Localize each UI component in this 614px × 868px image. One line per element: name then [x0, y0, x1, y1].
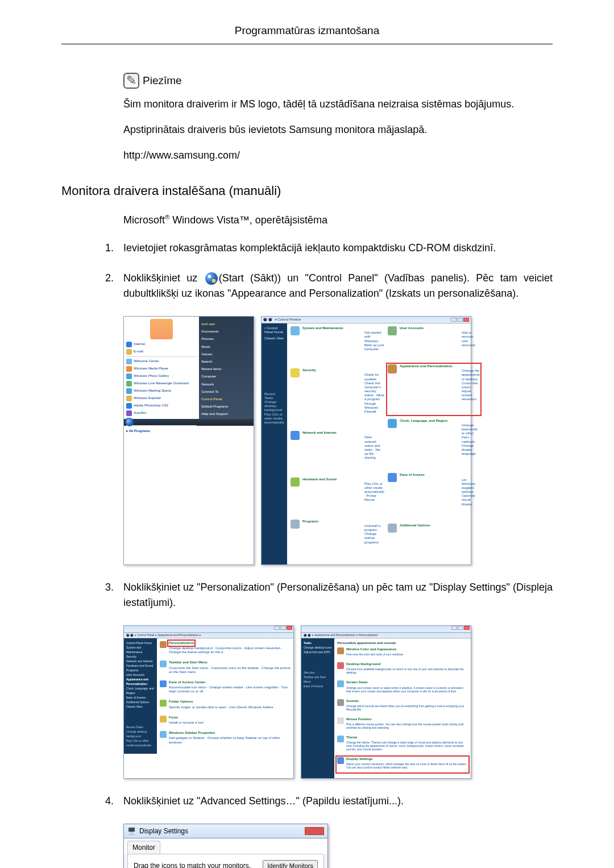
note-title: Piezīme: [143, 73, 182, 89]
display-settings-dialog: 🖥️ Display Settings Monitor Drag the ico…: [123, 824, 328, 868]
identify-monitors-button[interactable]: Identify Monitors: [263, 860, 318, 868]
monitor-icon: 🖥️: [127, 826, 136, 836]
figure-personalization-windows: ⬤ ⬤ ▸ Control Panel ▸ Appearance and Per…: [123, 625, 553, 779]
screenshot-appearance-category: ⬤ ⬤ ▸ Control Panel ▸ Appearance and Per…: [123, 625, 294, 779]
step-2: 2. Noklikšķiniet uz (Start (Sākt)) un "C…: [123, 271, 553, 301]
tab-monitor[interactable]: Monitor: [127, 841, 160, 854]
user-avatar: [150, 319, 173, 339]
close-icon[interactable]: [305, 827, 324, 835]
note-line-1: Šim monitora draiverim ir MS logo, tādēļ…: [123, 97, 553, 112]
dialog-title: Display Settings: [139, 826, 188, 836]
note-block: ✎ Piezīme Šim monitora draiverim ir MS l…: [123, 73, 553, 164]
taskbar-start-orb: [126, 418, 134, 426]
figure-display-settings: 🖥️ Display Settings Monitor Drag the ico…: [123, 824, 553, 868]
step-3: 3. Noklikšķiniet uz "Personalization" (P…: [123, 580, 553, 610]
appearance-personalization-highlight: Appearance and PersonalizationChange the…: [388, 364, 480, 414]
note-url: http://www.samsung.com/: [123, 148, 553, 163]
page-header: Programmatūras izmantošana: [61, 23, 553, 44]
screenshot-personalization: ⬤ ⬤ ▸ Appearance and Personalization ▸ P…: [301, 625, 471, 779]
note-icon: ✎: [123, 73, 139, 89]
screenshot-start-menu: Internet E-mail Welcome Center Windows M…: [123, 316, 254, 565]
section-heading: Monitora draivera instalēšana (manuāli): [61, 181, 553, 200]
note-line-2: Apstiprinātais draiveris būs ievietots S…: [123, 122, 553, 138]
step-4: 4. Noklikšķiniet uz "Advanced Settings…"…: [123, 794, 553, 809]
os-line: Microsoft® Windows Vista™, operētājsistē…: [123, 213, 553, 228]
screenshot-control-panel: ⬤ ⬤ ▸ Control Panel ▸ • Control Panel Ho…: [261, 316, 471, 565]
drag-hint: Drag the icons to match your monitors.: [134, 861, 251, 868]
start-orb-icon: [205, 272, 218, 285]
figure-start-and-controlpanel: Internet E-mail Welcome Center Windows M…: [123, 316, 553, 565]
step-1: 1. Ievietojiet rokasgrāmatas komplektāci…: [123, 240, 553, 256]
